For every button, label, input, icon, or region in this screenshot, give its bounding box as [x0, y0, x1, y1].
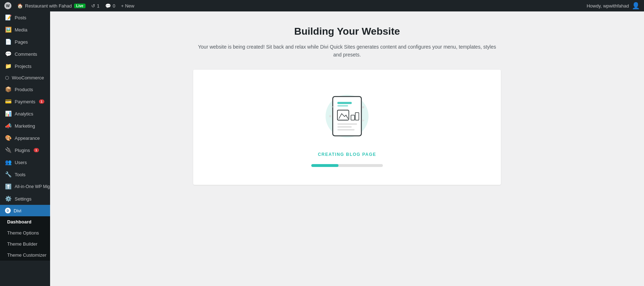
- sidebar-item-woocommerce[interactable]: ⬡ WooCommerce: [0, 72, 50, 83]
- svg-marker-12: [362, 119, 365, 122]
- revisions-item[interactable]: ↺ 1: [91, 3, 99, 9]
- media-icon: 🖼️: [5, 26, 12, 33]
- layout: 📝 Posts 🖼️ Media 📄 Pages 💬 Comments 📁 Pr…: [0, 11, 644, 286]
- comments-count: 0: [113, 3, 115, 9]
- sidebar-item-marketing[interactable]: 📣 Marketing: [0, 120, 50, 132]
- progress-bar-wrap: [311, 164, 383, 167]
- sidebar-item-label: All-in-One WP Migration: [15, 184, 50, 189]
- comments-icon: 💬: [5, 51, 12, 57]
- illustration: [318, 88, 376, 145]
- sidebar: 📝 Posts 🖼️ Media 📄 Pages 💬 Comments 📁 Pr…: [0, 11, 50, 286]
- submenu-label: Theme Options: [7, 230, 39, 236]
- submenu-label: Theme Customizer: [7, 252, 47, 258]
- admin-bar-right: Howdy, wpwithfahad 👤: [587, 2, 640, 10]
- sidebar-item-tools[interactable]: 🔧 Tools: [0, 168, 50, 181]
- svg-rect-2: [337, 105, 348, 107]
- page-title: Building Your Website: [193, 26, 501, 37]
- comments-icon: 💬: [105, 3, 111, 9]
- tools-icon: 🔧: [5, 171, 12, 178]
- sidebar-item-pages[interactable]: 📄 Pages: [0, 36, 50, 48]
- projects-icon: 📁: [5, 63, 12, 69]
- new-item[interactable]: + New: [121, 3, 134, 9]
- sidebar-item-label: Media: [15, 27, 27, 33]
- sidebar-item-label: Marketing: [15, 123, 35, 129]
- sidebar-item-label: Analytics: [15, 111, 33, 117]
- sidebar-item-label: Products: [15, 87, 33, 92]
- submenu-item-theme-options[interactable]: Theme Options: [0, 227, 50, 238]
- sidebar-item-label: Tools: [15, 172, 25, 177]
- comments-item[interactable]: 💬 0: [105, 3, 115, 9]
- progress-bar-fill: [311, 164, 338, 167]
- payments-badge: 1: [39, 99, 44, 104]
- submenu-label: Dashboard: [7, 219, 31, 225]
- sidebar-item-label: WooCommerce: [12, 75, 44, 80]
- new-label: + New: [121, 3, 134, 9]
- svg-rect-7: [337, 126, 352, 128]
- sidebar-item-label: Plugins: [15, 148, 30, 153]
- site-name-item[interactable]: 🏠 Restaurant with Fahad Live: [17, 3, 86, 9]
- analytics-icon: 📊: [5, 110, 12, 117]
- svg-rect-1: [337, 102, 352, 104]
- sidebar-item-projects[interactable]: 📁 Projects: [0, 60, 50, 72]
- sidebar-item-label: Comments: [15, 51, 37, 57]
- sidebar-item-allinone[interactable]: ⬆️ All-in-One WP Migration: [0, 181, 50, 193]
- site-icon: 🏠: [17, 3, 23, 9]
- user-greeting: Howdy, wpwithfahad: [587, 3, 629, 9]
- submenu-item-theme-builder[interactable]: Theme Builder: [0, 238, 50, 250]
- content-wrap: Building Your Website Your website is be…: [193, 26, 501, 185]
- migration-icon: ⬆️: [5, 183, 12, 190]
- submenu-item-dashboard[interactable]: Dashboard: [0, 216, 50, 227]
- payments-icon: 💳: [5, 98, 12, 105]
- settings-icon: ⚙️: [5, 196, 12, 202]
- products-icon: 📦: [5, 86, 12, 93]
- status-text: CREATING BLOG PAGE: [318, 152, 376, 157]
- svg-point-9: [329, 115, 331, 117]
- sidebar-item-users[interactable]: 👥 Users: [0, 156, 50, 168]
- sidebar-item-divi[interactable]: D Divi: [0, 205, 50, 216]
- marketing-icon: 📣: [5, 123, 12, 129]
- sidebar-item-label: Settings: [15, 196, 31, 202]
- pages-icon: 📄: [5, 39, 12, 45]
- sidebar-item-media[interactable]: 🖼️ Media: [0, 24, 50, 36]
- divi-submenu: Dashboard Theme Options Theme Builder Th…: [0, 216, 50, 261]
- sidebar-item-label: Appearance: [15, 135, 40, 141]
- sidebar-item-label: Divi: [14, 208, 21, 213]
- posts-icon: 📝: [5, 14, 12, 21]
- sidebar-item-appearance[interactable]: 🎨 Appearance: [0, 132, 50, 144]
- svg-point-11: [362, 106, 364, 108]
- sidebar-item-label: Users: [15, 160, 27, 165]
- sidebar-item-payments[interactable]: 💳 Payments 1: [0, 95, 50, 108]
- appearance-icon: 🎨: [5, 135, 12, 141]
- divi-icon: D: [5, 208, 11, 213]
- sidebar-item-label: Posts: [15, 15, 26, 20]
- wp-logo-icon: W: [4, 2, 11, 9]
- revisions-icon: ↺: [91, 3, 95, 9]
- sidebar-item-label: Payments: [15, 99, 35, 104]
- sidebar-item-comments[interactable]: 💬 Comments: [0, 48, 50, 60]
- main-content: Building Your Website Your website is be…: [50, 11, 644, 286]
- sidebar-item-label: Pages: [15, 39, 28, 45]
- sidebar-item-label: Projects: [15, 64, 31, 69]
- plugins-icon: 🔌: [5, 147, 12, 153]
- live-badge: Live: [74, 4, 86, 8]
- admin-bar: W 🏠 Restaurant with Fahad Live ↺ 1 💬 0 +…: [0, 0, 644, 11]
- plugins-badge: 1: [34, 148, 39, 152]
- tablet-illustration: [327, 93, 367, 139]
- sidebar-item-settings[interactable]: ⚙️ Settings: [0, 193, 50, 205]
- sidebar-item-posts[interactable]: 📝 Posts: [0, 11, 50, 24]
- sidebar-item-products[interactable]: 📦 Products: [0, 83, 50, 95]
- svg-rect-6: [337, 123, 357, 125]
- submenu-item-theme-customizer[interactable]: Theme Customizer: [0, 250, 50, 261]
- site-name-text: Restaurant with Fahad: [25, 3, 72, 9]
- progress-card: CREATING BLOG PAGE: [193, 70, 501, 185]
- user-avatar-icon: 👤: [632, 2, 640, 10]
- sidebar-item-plugins[interactable]: 🔌 Plugins 1: [0, 144, 50, 156]
- users-icon: 👥: [5, 159, 12, 166]
- submenu-label: Theme Builder: [7, 241, 38, 247]
- svg-rect-8: [337, 129, 355, 130]
- wp-logo-item[interactable]: W: [4, 2, 11, 9]
- woocommerce-icon: ⬡: [5, 75, 9, 80]
- page-subtitle: Your website is being created! Sit back …: [193, 43, 501, 59]
- sidebar-item-analytics[interactable]: 📊 Analytics: [0, 108, 50, 120]
- revisions-count: 1: [97, 3, 99, 9]
